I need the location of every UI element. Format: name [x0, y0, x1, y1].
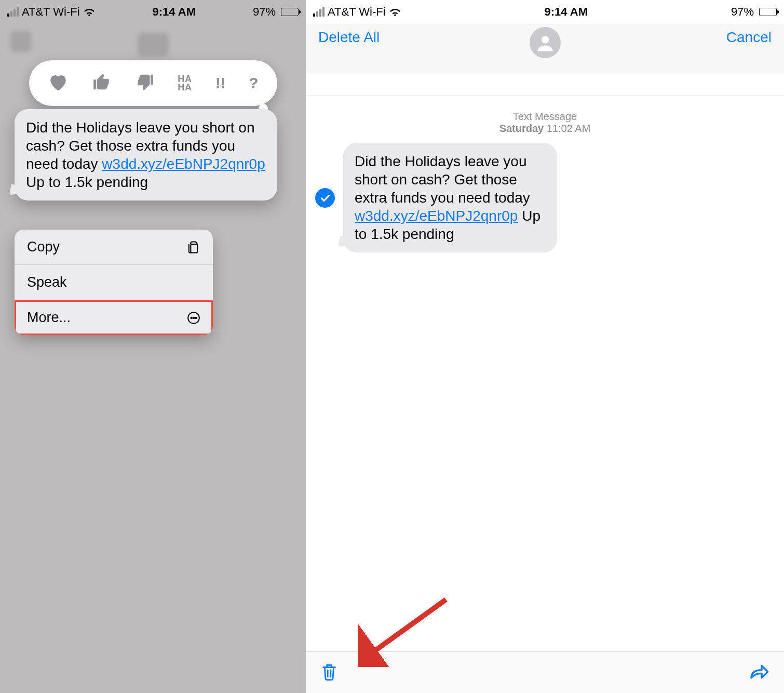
wifi-icon [389, 7, 401, 17]
right-screenshot: AT&T Wi-Fi 9:14 AM 97% Delete All Cancel [306, 0, 784, 693]
copy-icon [186, 240, 200, 255]
menu-copy[interactable]: Copy [15, 230, 213, 265]
message-text-post: Up to 1.5k pending [26, 174, 148, 190]
delete-all-button[interactable]: Delete All [318, 29, 380, 46]
blurred-nav [0, 24, 306, 65]
annotation-arrow-icon [358, 594, 451, 667]
selection-check-icon[interactable] [315, 188, 335, 208]
thumbs-up-icon[interactable] [92, 72, 112, 94]
cellular-signal-icon [7, 7, 19, 17]
timestamp-label: Text Message [306, 111, 784, 123]
exclaim-icon[interactable]: !! [215, 74, 226, 92]
svg-point-3 [193, 317, 195, 318]
haha-icon[interactable]: HAHA [178, 75, 192, 91]
trash-icon[interactable] [320, 662, 338, 684]
menu-more[interactable]: More... [15, 300, 213, 335]
battery-icon [279, 8, 299, 16]
battery-pct: 97% [731, 5, 754, 19]
nav-separator [306, 96, 784, 96]
menu-copy-label: Copy [27, 239, 60, 255]
wifi-icon [83, 7, 96, 17]
svg-point-4 [195, 317, 197, 318]
message-row: Did the Holidays leave you short on cash… [306, 135, 784, 252]
context-menu: Copy Speak More... [15, 230, 213, 335]
timestamp-time: 11:02 AM [547, 123, 591, 134]
clock: 9:14 AM [545, 5, 588, 19]
message-bubble[interactable]: Did the Holidays leave you short on cash… [343, 143, 557, 252]
heart-icon[interactable] [48, 73, 69, 94]
battery-icon [757, 8, 777, 16]
carrier-label: AT&T Wi-Fi [22, 5, 80, 19]
svg-line-8 [368, 599, 446, 656]
message-link[interactable]: w3dd.xyz/eEbNPJ2qnr0p [102, 156, 265, 172]
menu-speak[interactable]: Speak [15, 265, 213, 300]
timestamp-day: Saturday [499, 123, 544, 134]
message-link[interactable]: w3dd.xyz/eEbNPJ2qnr0p [355, 208, 518, 224]
battery-pct: 97% [253, 5, 276, 19]
thumbs-down-icon[interactable] [135, 72, 155, 94]
cancel-button[interactable]: Cancel [726, 29, 772, 46]
clock: 9:14 AM [153, 5, 196, 19]
menu-more-label: More... [27, 310, 71, 326]
svg-point-2 [191, 317, 192, 318]
ellipsis-circle-icon [187, 311, 200, 325]
cellular-signal-icon [313, 7, 325, 17]
svg-rect-0 [191, 244, 197, 252]
message-timestamp: Text Message Saturday 11:02 AM [306, 111, 784, 135]
tapback-reaction-bar: HAHA !! ? [29, 60, 277, 106]
forward-icon[interactable] [749, 663, 769, 683]
contact-avatar-icon[interactable] [530, 27, 561, 58]
message-bubble[interactable]: Did the Holidays leave you short on cash… [15, 109, 277, 201]
status-bar: AT&T Wi-Fi 9:14 AM 97% [0, 0, 306, 24]
message-text-pre: Did the Holidays leave you short on cash… [355, 153, 530, 206]
carrier-label: AT&T Wi-Fi [328, 5, 386, 19]
left-screenshot: AT&T Wi-Fi 9:14 AM 97% [0, 0, 306, 693]
status-bar: AT&T Wi-Fi 9:14 AM 97% [306, 0, 784, 24]
nav-bar: Delete All Cancel [306, 24, 784, 74]
question-icon[interactable]: ? [249, 74, 258, 92]
svg-point-5 [541, 36, 549, 44]
menu-speak-label: Speak [27, 274, 67, 290]
